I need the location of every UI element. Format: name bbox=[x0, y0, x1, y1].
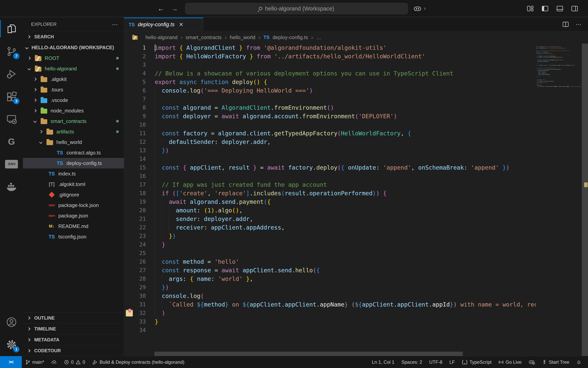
copilot-icon[interactable] bbox=[413, 5, 422, 12]
tree-item-.vscode[interactable]: .vscode bbox=[23, 95, 124, 105]
tree-item-hello-algorand[interactable]: hello-algorand bbox=[23, 64, 124, 74]
task-status-item[interactable]: Build & Deploy contracts (hello-algorand… bbox=[89, 356, 188, 368]
toggle-primary-sidebar-icon[interactable] bbox=[541, 5, 549, 12]
code-line-10[interactable]: 10 bbox=[124, 120, 536, 129]
code-line-13[interactable]: 13}) bbox=[124, 146, 536, 155]
tree-item-package.json[interactable]: npmpackage.json bbox=[23, 211, 124, 221]
settings-button[interactable]: 1 bbox=[0, 333, 23, 356]
code-line-9[interactable]: 9const deployer = await algorand.account… bbox=[124, 112, 536, 120]
code-line-33[interactable]: 33} bbox=[124, 317, 536, 326]
code-line-32[interactable]: 32) bbox=[124, 309, 536, 317]
code-line-31[interactable]: 31`Called ${method} on ${appClient.appCl… bbox=[124, 300, 536, 309]
branch-status-item[interactable]: main* bbox=[22, 356, 48, 368]
accounts-button[interactable] bbox=[0, 311, 23, 333]
section-search[interactable]: SEARCH bbox=[23, 31, 124, 42]
source-control-activity-button[interactable]: 7 bbox=[0, 40, 23, 63]
code-line-26[interactable]: 26const method = 'hello' bbox=[124, 258, 536, 266]
vertical-scrollbar[interactable] bbox=[582, 44, 588, 356]
code-line-14[interactable]: 14 bbox=[124, 155, 536, 163]
breadcrumb-item[interactable]: hello-algorand bbox=[145, 34, 178, 40]
remote-indicator[interactable]: >< bbox=[0, 356, 22, 368]
code-line-17[interactable]: 17// If app was just created fund the ap… bbox=[124, 181, 536, 189]
toggle-secondary-sidebar-icon[interactable] bbox=[571, 5, 578, 12]
tree-item-hello_world[interactable]: hello_world bbox=[23, 137, 124, 147]
tree-item-contract.algo.ts[interactable]: TScontract.algo.ts bbox=[23, 147, 124, 158]
breadcrumb-item[interactable]: deploy-config.ts bbox=[273, 34, 308, 40]
code-line-1[interactable]: 1import { AlgorandClient } from '@algora… bbox=[124, 44, 536, 52]
workspace-section-header[interactable]: HELLO-ALGORAND (WORKSPACE) bbox=[23, 42, 124, 53]
section-timeline[interactable]: TIMELINE bbox=[23, 323, 124, 334]
breadcrumb-item[interactable]: smart_contracts bbox=[186, 34, 222, 40]
tree-item-README.md[interactable]: M↓README.md bbox=[23, 221, 124, 231]
code-line-11[interactable]: 11const factory = algorand.client.getTyp… bbox=[124, 129, 536, 138]
cursor-position-item[interactable]: Ln 1, Col 1 bbox=[368, 359, 398, 365]
run-debug-activity-button[interactable] bbox=[0, 63, 23, 85]
chevron-down-icon[interactable] bbox=[423, 7, 426, 10]
toggle-panel-icon[interactable] bbox=[556, 5, 563, 12]
remote-explorer-activity-button[interactable] bbox=[0, 108, 23, 130]
go-live-item[interactable]: Go Live bbox=[495, 359, 525, 365]
command-center-search[interactable]: hello-algorand (Workspace) bbox=[185, 3, 408, 14]
sync-status-item[interactable] bbox=[48, 356, 61, 368]
code-line-21[interactable]: 21sender: deployer.addr, bbox=[124, 215, 536, 223]
tree-item-package-lock.json[interactable]: npmpackage-lock.json bbox=[23, 200, 124, 211]
breadcrumb-item[interactable]: … bbox=[316, 34, 321, 40]
code-line-8[interactable]: 8const algorand = AlgorandClient.fromEnv… bbox=[124, 103, 536, 112]
section-metadata[interactable]: METADATA bbox=[23, 334, 124, 345]
forward-arrow-icon[interactable]: → bbox=[171, 4, 178, 13]
editor-more-actions[interactable]: ⋯ bbox=[576, 21, 582, 28]
code-line-3[interactable]: 3 bbox=[124, 61, 536, 69]
tree-item-deploy-config.ts[interactable]: TSdeploy-config.ts bbox=[23, 158, 124, 168]
tree-item-node_modules[interactable]: node_modules bbox=[23, 105, 124, 116]
tree-item-.algokit.toml[interactable]: [T].algokit.toml bbox=[23, 179, 124, 189]
code-line-24[interactable]: 24} bbox=[124, 240, 536, 249]
code-line-29[interactable]: 29}) bbox=[124, 283, 536, 292]
tree-item-smart_contracts[interactable]: smart_contracts bbox=[23, 116, 124, 126]
problems-status-item[interactable]: 0 0 bbox=[61, 356, 89, 368]
code-line-12[interactable]: 12defaultSender: deployer.addr, bbox=[124, 138, 536, 146]
encoding-item[interactable]: UTF-8 bbox=[426, 359, 446, 365]
tree-item-index.ts[interactable]: TSindex.ts bbox=[23, 168, 124, 179]
tree-item-tsconfig.json[interactable]: TStsconfig.json bbox=[23, 231, 124, 242]
code-line-5[interactable]: 5export async function deploy() { bbox=[124, 78, 536, 86]
code-line-22[interactable]: 22receiver: appClient.appAddress, bbox=[124, 223, 536, 232]
code-line-19[interactable]: 19await algorand.send.payment({ bbox=[124, 198, 536, 206]
explorer-more-actions[interactable]: ⋯ bbox=[112, 21, 118, 28]
code-line-34[interactable]: 34 bbox=[124, 326, 536, 335]
indentation-item[interactable]: Spaces: 2 bbox=[398, 359, 426, 365]
tree-item-artifacts[interactable]: artifacts bbox=[23, 126, 124, 137]
section-outline[interactable]: OUTLINE bbox=[23, 312, 124, 323]
code-editor[interactable]: 1import { AlgorandClient } from '@algora… bbox=[124, 44, 588, 356]
code-line-2[interactable]: 2import { HelloWorldFactory } from '../a… bbox=[124, 52, 536, 61]
code-line-4[interactable]: 4// Below is a showcase of various deplo… bbox=[124, 69, 536, 78]
close-icon[interactable]: ✕ bbox=[179, 21, 183, 28]
notifications-item[interactable] bbox=[573, 359, 585, 365]
section-codetour[interactable]: CODETOUR bbox=[23, 345, 124, 356]
language-mode-item[interactable]: {✕} TypeScript bbox=[458, 359, 495, 365]
customize-layout-icon[interactable] bbox=[526, 5, 534, 12]
start-tree-item[interactable]: Start Tree bbox=[538, 359, 573, 365]
minimap[interactable]: import { AlgorandClient } from '@algoran… bbox=[536, 46, 581, 91]
extensions-activity-button[interactable]: 3 bbox=[0, 85, 23, 108]
code-line-20[interactable]: 20amount: (1).algo(), bbox=[124, 206, 536, 215]
back-arrow-icon[interactable]: ← bbox=[157, 4, 164, 13]
code-line-27[interactable]: 27const response = await appClient.send.… bbox=[124, 266, 536, 275]
code-line-16[interactable]: 16 bbox=[124, 172, 536, 181]
tree-item-ROOT[interactable]: ROOT bbox=[23, 53, 124, 64]
codetour-map-icon[interactable] bbox=[126, 310, 133, 317]
tree-item-.algokit[interactable]: .algokit bbox=[23, 74, 124, 84]
code-line-15[interactable]: 15const { appClient, result } = await fa… bbox=[124, 163, 536, 172]
explorer-activity-button[interactable] bbox=[0, 18, 23, 40]
tree-item-.gitignore[interactable]: .gitignore bbox=[23, 189, 124, 200]
code-line-28[interactable]: 28args: { name: 'world' }, bbox=[124, 275, 536, 283]
code-line-25[interactable]: 25 bbox=[124, 249, 536, 258]
gitlens-activity-button[interactable]: G bbox=[0, 130, 23, 153]
breadcrumb-item[interactable]: hello_world bbox=[230, 34, 255, 40]
tab-deploy-config[interactable]: TS deploy-config.ts ✕ bbox=[124, 18, 203, 31]
horizontal-scrollbar[interactable] bbox=[154, 352, 463, 356]
dotenv-activity-button[interactable]: .ENV bbox=[0, 153, 23, 175]
docker-activity-button[interactable] bbox=[0, 175, 23, 198]
code-line-23[interactable]: 23}) bbox=[124, 232, 536, 240]
code-line-7[interactable]: 7 bbox=[124, 95, 536, 103]
tree-item-.tours[interactable]: .tours bbox=[23, 84, 124, 95]
